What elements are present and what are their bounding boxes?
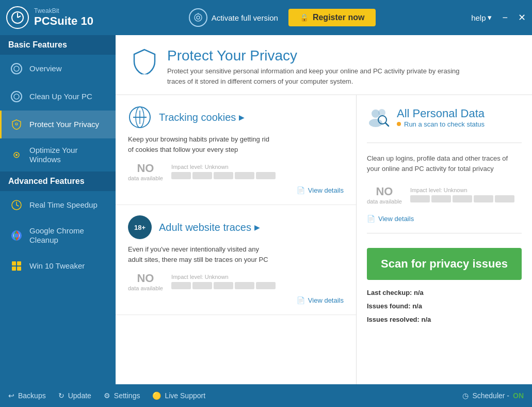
tracking-cookies-desc: Keep your browsing habits private by get… bbox=[128, 134, 344, 154]
tracking-impact: Impact level: Unknown bbox=[171, 164, 344, 179]
adult-impact-label: Impact level: Unknown bbox=[171, 274, 344, 280]
section-shield-icon bbox=[131, 48, 158, 74]
bar-a2 bbox=[192, 282, 212, 289]
close-button[interactable]: ✕ bbox=[518, 13, 526, 22]
update-label: Update bbox=[68, 392, 91, 400]
tracking-cookies-arrow: ▶ bbox=[239, 113, 245, 121]
svg-point-10 bbox=[15, 154, 18, 156]
bar-1 bbox=[171, 172, 191, 179]
svg-point-3 bbox=[195, 14, 202, 21]
help-label: help bbox=[471, 13, 486, 22]
scheduler-status: ON bbox=[513, 392, 524, 400]
tracking-no-val: NO bbox=[128, 162, 163, 175]
bottom-bar: ↩ Backups ↻ Update ⚙ Settings 🟡 Live Sup… bbox=[0, 384, 532, 407]
register-button[interactable]: 🔒 Register now bbox=[288, 9, 376, 26]
rp-no-label: data available bbox=[367, 198, 402, 205]
rp-bar3 bbox=[453, 195, 472, 202]
bar-a1 bbox=[171, 282, 191, 289]
issues-resolved-label: Issues resolved: bbox=[367, 316, 420, 323]
right-panel: All Personal Data Run a scan to check st… bbox=[357, 95, 532, 384]
left-panel: Tracking cookies ▶ Keep your browsing ha… bbox=[116, 95, 357, 384]
protect-privacy-icon bbox=[10, 118, 23, 131]
issues-resolved-val: n/a bbox=[422, 316, 431, 323]
bar-4 bbox=[235, 172, 254, 179]
rp-view-details[interactable]: 📄 View details bbox=[367, 215, 522, 223]
live-support-icon: 🟡 bbox=[152, 392, 161, 400]
sidebar-item-cleanup[interactable]: Clean Up Your PC bbox=[0, 83, 116, 111]
desc-text-2: traces of it stored in different corners… bbox=[167, 77, 353, 85]
activate-icon bbox=[189, 8, 207, 27]
live-support-label: Live Support bbox=[165, 392, 205, 400]
rp-no-data: NO data available bbox=[367, 185, 402, 205]
sidebar-item-chrome-cleanup[interactable]: Google Chrome Cleanup bbox=[0, 219, 116, 252]
svg-point-23 bbox=[372, 110, 379, 117]
last-checkup-label: Last checkup: bbox=[367, 289, 412, 296]
tracking-view-details[interactable]: 📄 View details bbox=[128, 186, 344, 194]
sidebar-item-protect-privacy[interactable]: Protect Your Privacy bbox=[0, 111, 116, 138]
sidebar-item-win10-tweaker[interactable]: Win 10 Tweaker bbox=[0, 252, 116, 280]
adult-traces-arrow: ▶ bbox=[254, 223, 260, 231]
app-name: TweakBit PCSuite 10 bbox=[34, 7, 93, 28]
sidebar-item-optimize-windows[interactable]: Optimize Your Windows bbox=[0, 138, 116, 171]
sidebar-item-realtime-speedup[interactable]: Real Time Speedup bbox=[0, 191, 116, 219]
help-button[interactable]: help ▾ bbox=[471, 13, 492, 22]
personal-data-icon bbox=[367, 105, 391, 129]
svg-rect-18 bbox=[17, 267, 21, 271]
tracking-no-label: data available bbox=[128, 175, 163, 181]
rp-title: All Personal Data bbox=[397, 107, 485, 120]
activate-button[interactable]: Activate full version bbox=[189, 8, 278, 27]
adult-view-details[interactable]: 📄 View details bbox=[128, 296, 344, 304]
sidebar-item-tweaker-label: Win 10 Tweaker bbox=[29, 261, 85, 271]
update-button[interactable]: ↻ Update bbox=[58, 392, 91, 400]
main-body: Tracking cookies ▶ Keep your browsing ha… bbox=[116, 95, 532, 384]
register-label: Register now bbox=[313, 13, 364, 22]
svg-point-24 bbox=[379, 109, 385, 116]
sidebar-item-chrome-label: Google Chrome Cleanup bbox=[29, 226, 107, 245]
lock-icon: 🔒 bbox=[300, 13, 309, 22]
rp-divider2 bbox=[367, 233, 522, 233]
sidebar-item-overview[interactable]: Overview bbox=[0, 55, 116, 83]
scan-button[interactable]: Scan for privacy issues bbox=[367, 248, 522, 280]
svg-point-14 bbox=[14, 233, 19, 238]
chrome-icon bbox=[10, 229, 23, 242]
minimize-button[interactable]: − bbox=[502, 13, 508, 22]
rp-title-area: All Personal Data Run a scan to check st… bbox=[397, 107, 485, 128]
section-title: Protect Your Privacy bbox=[167, 48, 460, 64]
cleanup-icon bbox=[10, 90, 23, 103]
svg-point-6 bbox=[14, 66, 19, 71]
tracking-cookies-title: Tracking cookies ▶ bbox=[159, 112, 245, 123]
sidebar-item-speedup-label: Real Time Speedup bbox=[29, 200, 98, 210]
optimize-icon bbox=[10, 148, 23, 162]
main-content: Protect Your Privacy Protect your sensit… bbox=[116, 35, 532, 384]
adult-no-data: NO data available bbox=[128, 272, 163, 291]
svg-rect-15 bbox=[12, 261, 16, 265]
bar-a4 bbox=[235, 282, 254, 289]
details-doc-icon: 📄 bbox=[297, 186, 305, 194]
issues-found-label: Issues found: bbox=[367, 302, 411, 310]
rp-impact-bars bbox=[410, 195, 522, 202]
cookies-icon bbox=[128, 105, 152, 129]
settings-icon: ⚙ bbox=[104, 392, 110, 400]
settings-label: Settings bbox=[114, 392, 140, 400]
scheduler-button[interactable]: ◷ Scheduler - ON bbox=[462, 392, 524, 400]
live-support-button[interactable]: 🟡 Live Support bbox=[152, 392, 205, 400]
rp-divider1 bbox=[367, 143, 522, 143]
backups-button[interactable]: ↩ Backups bbox=[8, 392, 46, 400]
rp-desc: Clean up logins, profile data and other … bbox=[367, 153, 522, 174]
svg-rect-16 bbox=[17, 261, 21, 265]
overview-icon bbox=[10, 62, 23, 75]
desc-text-1: Protect your sensitive personal informat… bbox=[167, 67, 460, 75]
rp-data-row: NO data available Impact level: Unknown bbox=[367, 185, 522, 205]
adult-traces-data: NO data available Impact level: Unknown bbox=[128, 272, 344, 291]
tweaker-icon bbox=[10, 259, 23, 273]
sidebar-item-cleanup-label: Clean Up Your PC bbox=[29, 92, 92, 101]
issues-resolved-row: Issues resolved: n/a bbox=[367, 313, 522, 326]
rp-header: All Personal Data Run a scan to check st… bbox=[367, 105, 522, 129]
svg-rect-17 bbox=[12, 267, 16, 271]
sidebar-item-protect-privacy-label: Protect Your Privacy bbox=[29, 120, 99, 129]
adult-badge-icon: 18+ bbox=[128, 215, 152, 239]
rp-status-dot bbox=[397, 122, 401, 126]
rp-bar4 bbox=[474, 195, 493, 202]
settings-button[interactable]: ⚙ Settings bbox=[104, 392, 140, 400]
adult-no-val: NO bbox=[128, 272, 163, 285]
